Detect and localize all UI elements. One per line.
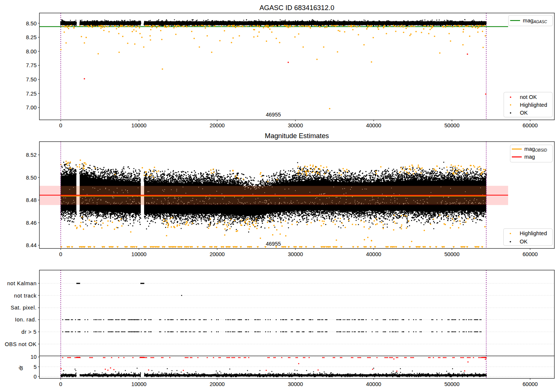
svg-text:10000: 10000 bbox=[131, 122, 147, 128]
svg-text:OK: OK bbox=[520, 110, 528, 116]
svg-text:Highlighted: Highlighted bbox=[520, 230, 547, 236]
svg-text:20000: 20000 bbox=[209, 251, 225, 257]
svg-text:8.52: 8.52 bbox=[26, 152, 37, 158]
svg-text:50000: 50000 bbox=[444, 381, 460, 387]
svg-text:7.50: 7.50 bbox=[26, 77, 37, 83]
svg-text:dr > 5: dr > 5 bbox=[21, 329, 37, 335]
svg-text:0: 0 bbox=[59, 122, 62, 128]
svg-text:not Kalman: not Kalman bbox=[7, 280, 37, 286]
svg-text:20000: 20000 bbox=[209, 122, 225, 128]
svg-text:10000: 10000 bbox=[131, 251, 147, 257]
svg-text:AGASC ID 683416312.0: AGASC ID 683416312.0 bbox=[259, 4, 334, 12]
svg-text:40000: 40000 bbox=[366, 122, 382, 128]
svg-text:mag: mag bbox=[525, 154, 535, 160]
svg-text:30000: 30000 bbox=[288, 381, 303, 387]
svg-text:7.25: 7.25 bbox=[26, 91, 37, 97]
svg-text:10000: 10000 bbox=[131, 381, 147, 387]
svg-text:8.25: 8.25 bbox=[26, 34, 37, 40]
svg-text:7.75: 7.75 bbox=[26, 62, 37, 68]
svg-text:0: 0 bbox=[34, 374, 37, 380]
svg-text:OBS not OK: OBS not OK bbox=[5, 341, 37, 347]
svg-text:5: 5 bbox=[34, 364, 37, 370]
svg-text:Sat. pixel.: Sat. pixel. bbox=[10, 305, 37, 311]
svg-text:dr: dr bbox=[18, 365, 24, 370]
svg-text:10: 10 bbox=[31, 354, 37, 360]
svg-text:0: 0 bbox=[59, 251, 62, 257]
svg-text:50000: 50000 bbox=[444, 122, 460, 128]
svg-text:Ion. rad.: Ion. rad. bbox=[15, 317, 37, 323]
svg-text:40000: 40000 bbox=[366, 251, 382, 257]
svg-text:46955: 46955 bbox=[266, 241, 281, 247]
svg-text:50000: 50000 bbox=[444, 251, 460, 257]
svg-text:60000: 60000 bbox=[523, 122, 538, 128]
svg-text:8.50: 8.50 bbox=[26, 21, 37, 27]
svg-text:Magnitude Estimates: Magnitude Estimates bbox=[265, 132, 329, 140]
svg-text:OK: OK bbox=[520, 239, 528, 245]
svg-text:46955: 46955 bbox=[266, 112, 281, 118]
svg-text:60000: 60000 bbox=[523, 381, 538, 387]
svg-text:30000: 30000 bbox=[288, 251, 303, 257]
svg-text:not OK: not OK bbox=[520, 94, 537, 100]
svg-text:20000: 20000 bbox=[209, 381, 225, 387]
svg-text:8.44: 8.44 bbox=[26, 242, 37, 248]
svg-text:8.50: 8.50 bbox=[26, 175, 37, 181]
svg-text:8.48: 8.48 bbox=[26, 197, 37, 203]
svg-text:8.46: 8.46 bbox=[26, 220, 37, 226]
svg-text:0: 0 bbox=[59, 381, 62, 387]
svg-text:7.00: 7.00 bbox=[26, 105, 37, 111]
svg-text:not track: not track bbox=[14, 293, 37, 299]
svg-text:60000: 60000 bbox=[523, 251, 538, 257]
svg-text:40000: 40000 bbox=[366, 381, 382, 387]
svg-text:30000: 30000 bbox=[288, 122, 303, 128]
svg-text:Highlighted: Highlighted bbox=[520, 102, 547, 108]
svg-text:8.00: 8.00 bbox=[26, 49, 37, 55]
